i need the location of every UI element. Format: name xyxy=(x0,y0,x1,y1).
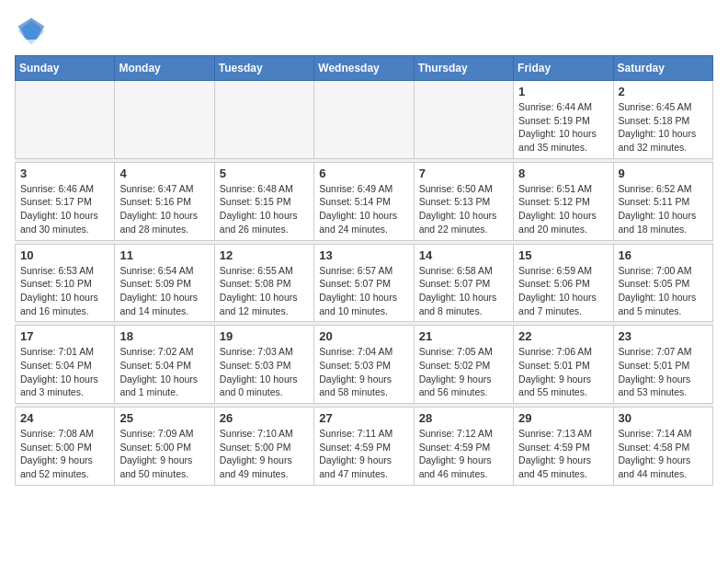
calendar-cell: 23Sunrise: 7:07 AMSunset: 5:01 PMDayligh… xyxy=(613,326,712,404)
day-info: Sunrise: 7:03 AMSunset: 5:03 PMDaylight:… xyxy=(220,345,309,399)
day-number: 15 xyxy=(518,248,608,262)
weekday-header: Wednesday xyxy=(314,56,414,81)
calendar-cell: 15Sunrise: 6:59 AMSunset: 5:06 PMDayligh… xyxy=(514,244,613,322)
day-number: 2 xyxy=(619,85,708,98)
weekday-header: Friday xyxy=(514,56,613,81)
logo-icon xyxy=(15,15,48,48)
day-info: Sunrise: 7:12 AMSunset: 4:59 PMDaylight:… xyxy=(419,427,508,481)
calendar-cell: 2Sunrise: 6:45 AMSunset: 5:18 PMDaylight… xyxy=(613,81,712,159)
day-number: 22 xyxy=(518,329,608,343)
day-number: 11 xyxy=(119,248,209,262)
day-number: 7 xyxy=(419,167,508,180)
day-number: 16 xyxy=(619,248,708,262)
weekday-header: Thursday xyxy=(414,56,513,81)
calendar-cell xyxy=(16,81,115,159)
calendar-cell: 20Sunrise: 7:04 AMSunset: 5:03 PMDayligh… xyxy=(314,326,414,404)
day-info: Sunrise: 7:09 AMSunset: 5:00 PMDaylight:… xyxy=(119,427,209,481)
day-info: Sunrise: 7:11 AMSunset: 4:59 PMDaylight:… xyxy=(319,427,408,481)
calendar-cell xyxy=(414,81,513,159)
logo xyxy=(15,15,51,48)
day-number: 1 xyxy=(518,85,608,98)
day-number: 26 xyxy=(220,411,309,425)
day-number: 21 xyxy=(419,329,508,343)
day-info: Sunrise: 7:06 AMSunset: 5:01 PMDaylight:… xyxy=(518,345,608,399)
day-number: 10 xyxy=(20,248,109,262)
calendar-cell: 22Sunrise: 7:06 AMSunset: 5:01 PMDayligh… xyxy=(514,326,613,404)
calendar-cell: 19Sunrise: 7:03 AMSunset: 5:03 PMDayligh… xyxy=(214,326,313,404)
day-info: Sunrise: 6:52 AMSunset: 5:11 PMDaylight:… xyxy=(619,182,708,236)
day-number: 29 xyxy=(518,411,608,425)
day-info: Sunrise: 6:49 AMSunset: 5:14 PMDaylight:… xyxy=(319,182,408,236)
day-number: 4 xyxy=(119,167,209,180)
calendar-cell: 17Sunrise: 7:01 AMSunset: 5:04 PMDayligh… xyxy=(16,326,115,404)
calendar-cell: 11Sunrise: 6:54 AMSunset: 5:09 PMDayligh… xyxy=(115,244,214,322)
day-info: Sunrise: 6:48 AMSunset: 5:15 PMDaylight:… xyxy=(220,182,309,236)
day-number: 8 xyxy=(518,167,608,180)
day-number: 18 xyxy=(119,329,209,343)
calendar-cell: 25Sunrise: 7:09 AMSunset: 5:00 PMDayligh… xyxy=(115,408,214,486)
calendar-cell: 1Sunrise: 6:44 AMSunset: 5:19 PMDaylight… xyxy=(514,81,613,159)
calendar-cell: 26Sunrise: 7:10 AMSunset: 5:00 PMDayligh… xyxy=(214,408,313,486)
day-info: Sunrise: 7:07 AMSunset: 5:01 PMDaylight:… xyxy=(619,345,708,399)
day-info: Sunrise: 7:00 AMSunset: 5:05 PMDaylight:… xyxy=(619,264,708,318)
day-info: Sunrise: 6:53 AMSunset: 5:10 PMDaylight:… xyxy=(20,264,109,318)
calendar-cell: 12Sunrise: 6:55 AMSunset: 5:08 PMDayligh… xyxy=(214,244,313,322)
day-number: 6 xyxy=(319,167,408,180)
calendar-cell: 27Sunrise: 7:11 AMSunset: 4:59 PMDayligh… xyxy=(314,408,414,486)
calendar-cell: 4Sunrise: 6:47 AMSunset: 5:16 PMDaylight… xyxy=(115,162,214,240)
calendar-cell: 24Sunrise: 7:08 AMSunset: 5:00 PMDayligh… xyxy=(16,408,115,486)
day-info: Sunrise: 6:51 AMSunset: 5:12 PMDaylight:… xyxy=(518,182,608,236)
day-number: 3 xyxy=(20,167,109,180)
calendar-table: SundayMondayTuesdayWednesdayThursdayFrid… xyxy=(15,55,713,486)
day-info: Sunrise: 7:04 AMSunset: 5:03 PMDaylight:… xyxy=(319,345,408,399)
day-number: 20 xyxy=(319,329,408,343)
day-info: Sunrise: 6:54 AMSunset: 5:09 PMDaylight:… xyxy=(119,264,209,318)
calendar-week-row: 17Sunrise: 7:01 AMSunset: 5:04 PMDayligh… xyxy=(16,326,713,404)
day-number: 27 xyxy=(319,411,408,425)
calendar-cell: 13Sunrise: 6:57 AMSunset: 5:07 PMDayligh… xyxy=(314,244,414,322)
day-info: Sunrise: 6:44 AMSunset: 5:19 PMDaylight:… xyxy=(518,100,608,155)
day-info: Sunrise: 6:47 AMSunset: 5:16 PMDaylight:… xyxy=(119,182,209,236)
page-header xyxy=(15,15,713,48)
day-info: Sunrise: 7:02 AMSunset: 5:04 PMDaylight:… xyxy=(119,345,209,399)
day-number: 24 xyxy=(20,411,109,425)
calendar-week-row: 1Sunrise: 6:44 AMSunset: 5:19 PMDaylight… xyxy=(16,81,713,159)
day-info: Sunrise: 6:59 AMSunset: 5:06 PMDaylight:… xyxy=(518,264,608,318)
weekday-header-row: SundayMondayTuesdayWednesdayThursdayFrid… xyxy=(16,56,713,81)
calendar-cell: 10Sunrise: 6:53 AMSunset: 5:10 PMDayligh… xyxy=(16,244,115,322)
day-info: Sunrise: 7:01 AMSunset: 5:04 PMDaylight:… xyxy=(20,345,109,399)
day-info: Sunrise: 7:05 AMSunset: 5:02 PMDaylight:… xyxy=(419,345,508,399)
day-info: Sunrise: 7:10 AMSunset: 5:00 PMDaylight:… xyxy=(220,427,309,481)
calendar-cell: 30Sunrise: 7:14 AMSunset: 4:58 PMDayligh… xyxy=(613,408,712,486)
calendar-cell: 18Sunrise: 7:02 AMSunset: 5:04 PMDayligh… xyxy=(115,326,214,404)
day-number: 17 xyxy=(20,329,109,343)
day-info: Sunrise: 7:14 AMSunset: 4:58 PMDaylight:… xyxy=(619,427,708,481)
weekday-header: Tuesday xyxy=(214,56,313,81)
calendar-week-row: 24Sunrise: 7:08 AMSunset: 5:00 PMDayligh… xyxy=(16,408,713,486)
calendar-cell: 5Sunrise: 6:48 AMSunset: 5:15 PMDaylight… xyxy=(214,162,313,240)
calendar-cell: 14Sunrise: 6:58 AMSunset: 5:07 PMDayligh… xyxy=(414,244,513,322)
day-number: 5 xyxy=(220,167,309,180)
calendar-week-row: 3Sunrise: 6:46 AMSunset: 5:17 PMDaylight… xyxy=(16,162,713,240)
weekday-header: Monday xyxy=(115,56,214,81)
calendar-cell: 7Sunrise: 6:50 AMSunset: 5:13 PMDaylight… xyxy=(414,162,513,240)
day-info: Sunrise: 6:58 AMSunset: 5:07 PMDaylight:… xyxy=(419,264,508,318)
day-number: 9 xyxy=(619,167,708,180)
day-number: 12 xyxy=(220,248,309,262)
day-number: 13 xyxy=(319,248,408,262)
day-info: Sunrise: 6:46 AMSunset: 5:17 PMDaylight:… xyxy=(20,182,109,236)
day-number: 14 xyxy=(419,248,508,262)
calendar-cell xyxy=(115,81,214,159)
day-number: 23 xyxy=(619,329,708,343)
weekday-header: Sunday xyxy=(16,56,115,81)
day-number: 19 xyxy=(220,329,309,343)
calendar-cell: 28Sunrise: 7:12 AMSunset: 4:59 PMDayligh… xyxy=(414,408,513,486)
calendar-week-row: 10Sunrise: 6:53 AMSunset: 5:10 PMDayligh… xyxy=(16,244,713,322)
calendar-cell: 29Sunrise: 7:13 AMSunset: 4:59 PMDayligh… xyxy=(514,408,613,486)
day-info: Sunrise: 7:08 AMSunset: 5:00 PMDaylight:… xyxy=(20,427,109,481)
calendar-cell xyxy=(214,81,313,159)
weekday-header: Saturday xyxy=(613,56,712,81)
calendar-cell: 16Sunrise: 7:00 AMSunset: 5:05 PMDayligh… xyxy=(613,244,712,322)
calendar-cell: 3Sunrise: 6:46 AMSunset: 5:17 PMDaylight… xyxy=(16,162,115,240)
day-number: 25 xyxy=(119,411,209,425)
